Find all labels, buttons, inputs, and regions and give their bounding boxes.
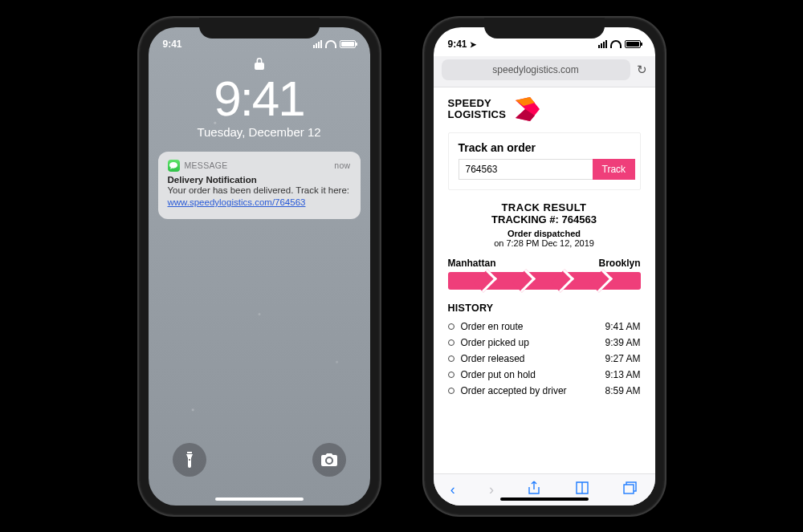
safari-browser: 9:41 ➤ speedylogistics.com ↻ SP xyxy=(434,27,655,506)
history-row: Order picked up9:39 AM xyxy=(448,335,641,351)
flashlight-button[interactable] xyxy=(173,443,206,477)
route-labels: Manhattan Brooklyn xyxy=(448,258,641,269)
route-from: Manhattan xyxy=(448,258,496,269)
lock-icon xyxy=(149,58,370,72)
route-progress xyxy=(448,272,641,290)
history-time: 9:13 AM xyxy=(605,369,640,380)
history-bullet-icon xyxy=(448,388,454,394)
tracking-number-input[interactable] xyxy=(459,159,593,180)
history-bullet-icon xyxy=(448,355,454,362)
history-bullet-icon xyxy=(448,372,454,378)
result-title: TRACK RESULT xyxy=(448,201,641,213)
history-label: Order put on hold xyxy=(461,369,605,380)
history-row: Order released9:27 AM xyxy=(448,351,641,367)
notch xyxy=(484,18,605,39)
history-time: 9:27 AM xyxy=(605,353,640,364)
cellular-bars-icon xyxy=(313,40,322,48)
status-time: 9:41 xyxy=(448,39,467,50)
brand-line2: LOGISTICS xyxy=(448,109,507,120)
track-order-box: Track an order Track xyxy=(448,132,641,190)
notification-link[interactable]: www.speedylogistics.com/764563 xyxy=(168,197,306,207)
phone-lockscreen: 9:41 9:41 Tuesday, December 12 MESSAGE xyxy=(139,18,380,515)
home-indicator[interactable] xyxy=(500,497,589,501)
history-row: Order en route9:41 AM xyxy=(448,319,641,335)
brand-line1: SPEEDY xyxy=(448,98,507,109)
dispatch-label: Order dispatched xyxy=(507,229,581,238)
route-to: Brooklyn xyxy=(598,258,640,269)
result-header: TRACK RESULT TRACKING #: 764563 xyxy=(448,201,641,225)
status-time: 9:41 xyxy=(163,39,182,50)
safari-toolbar: ‹ › xyxy=(434,473,655,506)
url-text: speedylogistics.com xyxy=(492,64,578,75)
messages-app-icon xyxy=(168,160,180,172)
bookmarks-button[interactable] xyxy=(575,481,589,498)
status-indicators xyxy=(313,40,356,48)
notification-app: MESSAGE xyxy=(185,160,228,170)
history-heading: HISTORY xyxy=(448,303,641,314)
url-field[interactable]: speedylogistics.com xyxy=(442,59,630,80)
address-bar: speedylogistics.com ↻ xyxy=(434,56,655,87)
history-label: Order en route xyxy=(461,321,605,332)
tabs-button[interactable] xyxy=(623,481,638,498)
notification-title: Delivery Notification xyxy=(168,175,351,185)
history-label: Order picked up xyxy=(461,337,605,348)
history-row: Order put on hold9:13 AM xyxy=(448,367,641,383)
location-arrow-icon: ➤ xyxy=(470,40,476,49)
camera-button[interactable] xyxy=(312,443,346,477)
track-button[interactable]: Track xyxy=(593,159,636,180)
cellular-bars-icon xyxy=(598,40,607,48)
notch xyxy=(199,18,320,39)
status-indicators xyxy=(598,40,641,48)
history-label: Order released xyxy=(461,353,605,364)
history-label: Order accepted by driver xyxy=(461,385,605,396)
forward-button[interactable]: › xyxy=(489,481,494,498)
brand-arrow-icon xyxy=(514,97,541,121)
history-time: 9:39 AM xyxy=(605,337,640,348)
wifi-icon xyxy=(325,40,336,48)
ios-lockscreen: 9:41 9:41 Tuesday, December 12 MESSAGE xyxy=(149,27,370,506)
reload-icon[interactable]: ↻ xyxy=(637,63,647,77)
history-bullet-icon xyxy=(448,339,454,346)
history-section: HISTORY Order en route9:41 AMOrder picke… xyxy=(448,303,641,399)
history-row: Order accepted by driver8:59 AM xyxy=(448,383,641,399)
battery-icon xyxy=(625,40,641,48)
history-bullet-icon xyxy=(448,323,454,330)
lock-date: Tuesday, December 12 xyxy=(149,125,370,139)
back-button[interactable]: ‹ xyxy=(450,481,455,498)
page-content: SPEEDY LOGISTICS Track an order xyxy=(434,87,655,473)
notification-body-text: Your order has been delivered. Track it … xyxy=(168,185,350,195)
battery-icon xyxy=(340,40,356,48)
svg-point-0 xyxy=(189,459,190,461)
dispatch-info: Order dispatched on 7:28 PM Dec 12, 2019 xyxy=(448,229,641,248)
svg-rect-2 xyxy=(624,485,634,493)
brand-header: SPEEDY LOGISTICS xyxy=(448,97,641,121)
lock-time: 9:41 xyxy=(149,74,370,124)
phone-browser: 9:41 ➤ speedylogistics.com ↻ SP xyxy=(424,18,665,515)
home-indicator[interactable] xyxy=(215,497,304,501)
dispatch-time: on 7:28 PM Dec 12, 2019 xyxy=(494,238,594,248)
notification-time: now xyxy=(334,160,350,170)
share-button[interactable] xyxy=(528,481,540,499)
wifi-icon xyxy=(610,40,622,48)
notification-card[interactable]: MESSAGE now Delivery Notification Your o… xyxy=(158,152,361,219)
tracking-number: TRACKING #: 764563 xyxy=(448,213,641,225)
history-time: 8:59 AM xyxy=(605,385,640,396)
history-time: 9:41 AM xyxy=(605,321,640,332)
track-heading: Track an order xyxy=(459,141,630,154)
notification-body: Your order has been delivered. Track it … xyxy=(168,185,351,209)
